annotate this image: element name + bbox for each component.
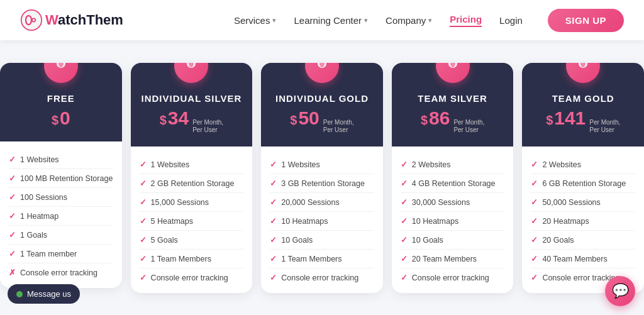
plan-feature: ✓ 5 Goals [140, 231, 244, 250]
feature-text: 2 Websites [412, 160, 451, 169]
feature-text: 1 Heatmap [20, 212, 58, 221]
plan-feature: ✓ 2 Websites [401, 155, 505, 174]
plan-feature: ✓ 1 Websites [9, 150, 113, 169]
check-icon: ✓ [140, 254, 147, 263]
plan-period: Per Month,Per User [192, 119, 223, 134]
feature-text: 10 Heatmaps [412, 217, 458, 226]
plan-feature: ✓ 10 Goals [270, 231, 374, 250]
feature-text: 1 Websites [20, 155, 59, 164]
plan-currency: $ [52, 113, 58, 128]
plan-feature: ✓ 50,000 Sessions [531, 193, 635, 212]
nav-login[interactable]: Login [499, 15, 523, 26]
plan-price: $ 0 [10, 108, 112, 129]
check-icon: ✓ [9, 192, 16, 202]
plan-badge-icon [566, 63, 600, 83]
plan-header: INDIVIDUAL GOLD $ 50 Per Month,Per User [261, 63, 383, 146]
plan-price: $ 86 Per Month,Per User [402, 108, 504, 134]
chat-button-right[interactable]: 💬 [605, 276, 635, 306]
plan-amount: 50 [298, 108, 319, 129]
plan-feature: ✓ 1 Team Members [140, 250, 244, 268]
plan-amount: 0 [60, 108, 70, 129]
plan-name: TEAM GOLD [532, 93, 634, 104]
feature-text: 5 Heatmaps [151, 217, 193, 226]
feature-text: 1 Team Members [151, 255, 211, 263]
nav-company[interactable]: Company ▾ [386, 15, 432, 26]
feature-text: 5 Goals [151, 236, 178, 245]
nav-services[interactable]: Services ▾ [234, 15, 277, 26]
plan-amount: 141 [554, 108, 586, 129]
plan-header: TEAM SILVER $ 86 Per Month,Per User [392, 63, 514, 146]
plan-feature: ✓ Console error tracking [140, 268, 244, 287]
plan-card-team-silver: TEAM SILVER $ 86 Per Month,Per User ✓ 2 … [392, 63, 514, 293]
header: WatchThem Services ▾ Learning Center ▾ C… [0, 0, 644, 40]
plan-feature: ✓ 2 GB Retention Storage [140, 174, 244, 193]
plan-period: Per Month,Per User [589, 119, 620, 134]
feature-text: 1 Websites [151, 160, 190, 169]
plan-feature: ✓ 4 GB Retention Storage [401, 174, 505, 193]
plan-feature: ✓ 100 Sessions [9, 188, 113, 207]
logo[interactable]: WatchThem [20, 9, 123, 31]
plan-price: $ 34 Per Month,Per User [141, 108, 243, 134]
plan-feature: ✓ 20 Heatmaps [531, 212, 635, 231]
services-chevron-icon: ▾ [272, 16, 276, 25]
plan-features-list: ✓ 1 Websites ✓ 3 GB Retention Storage ✓ … [261, 146, 383, 293]
check-icon: ✓ [401, 235, 408, 245]
main-nav: Services ▾ Learning Center ▾ Company ▾ P… [234, 14, 533, 27]
check-icon: ✓ [531, 235, 538, 245]
logo-icon [20, 9, 43, 31]
feature-text: 100 MB Retention Storage [20, 174, 113, 183]
feature-text: Console error tracking [151, 274, 228, 282]
check-icon: ✓ [401, 273, 408, 282]
plan-feature: ✓ 10 Goals [401, 231, 505, 250]
check-icon: ✓ [401, 160, 408, 169]
plan-name: TEAM SILVER [402, 93, 504, 104]
check-icon: ✓ [401, 216, 408, 226]
check-icon: ✓ [140, 216, 147, 226]
plan-feature: ✓ 20 Team Members [401, 250, 505, 268]
feature-text: 20 Team Members [412, 255, 477, 263]
plan-card-individual-silver: INDIVIDUAL SILVER $ 34 Per Month,Per Use… [131, 63, 253, 293]
nav-pricing[interactable]: Pricing [450, 14, 482, 27]
plan-feature: ✗ Console error tracking [9, 263, 113, 282]
check-icon: ✓ [531, 179, 538, 188]
plan-features-list: ✓ 2 Websites ✓ 4 GB Retention Storage ✓ … [392, 146, 514, 293]
plan-header: INDIVIDUAL SILVER $ 34 Per Month,Per Use… [131, 63, 253, 146]
plan-amount: 34 [168, 108, 189, 129]
check-icon: ✓ [9, 230, 16, 240]
check-icon: ✓ [140, 160, 147, 169]
pricing-section: FREE $ 0 ✓ 1 Websites ✓ 100 MB Retention… [0, 40, 644, 293]
plan-card-individual-gold: INDIVIDUAL GOLD $ 50 Per Month,Per User … [261, 63, 383, 293]
plan-header: TEAM GOLD $ 141 Per Month,Per User [522, 63, 644, 146]
plan-card-free: FREE $ 0 ✓ 1 Websites ✓ 100 MB Retention… [0, 63, 122, 288]
plan-feature: ✓ Console error tracking [270, 268, 374, 287]
plan-feature: ✓ 6 GB Retention Storage [531, 174, 635, 193]
plan-feature: ✓ 1 Websites [140, 155, 244, 174]
feature-text: 15,000 Sessions [151, 198, 209, 207]
check-icon: ✓ [531, 273, 538, 282]
plan-feature: ✓ 1 Goals [9, 226, 113, 245]
feature-text: 2 GB Retention Storage [151, 179, 235, 188]
plan-feature: ✓ Console error tracking [401, 268, 505, 287]
svg-point-3 [33, 19, 35, 21]
plan-features-list: ✓ 2 Websites ✓ 6 GB Retention Storage ✓ … [522, 146, 644, 293]
signup-button[interactable]: SIGN UP [548, 9, 624, 32]
plan-badge-icon [436, 63, 470, 83]
check-icon: ✓ [9, 249, 16, 258]
check-icon: ✓ [401, 179, 408, 188]
feature-text: 20 Goals [542, 236, 574, 245]
check-icon: ✓ [9, 211, 16, 221]
plan-features-list: ✓ 1 Websites ✓ 100 MB Retention Storage … [0, 141, 122, 288]
logo-text: WatchThem [45, 12, 123, 28]
check-icon: ✓ [531, 160, 538, 169]
check-icon: ✓ [270, 160, 277, 169]
plan-currency: $ [290, 113, 297, 128]
check-icon: ✓ [401, 254, 408, 263]
nav-learning-center[interactable]: Learning Center ▾ [294, 15, 368, 26]
check-icon: ✓ [531, 216, 538, 226]
plan-name: FREE [10, 93, 112, 104]
feature-text: 100 Sessions [20, 193, 67, 202]
check-icon: ✓ [140, 179, 147, 188]
plan-feature: ✓ 40 Team Members [531, 250, 635, 268]
chat-widget[interactable]: Message us [8, 284, 80, 304]
feature-text: 10 Goals [281, 236, 313, 245]
